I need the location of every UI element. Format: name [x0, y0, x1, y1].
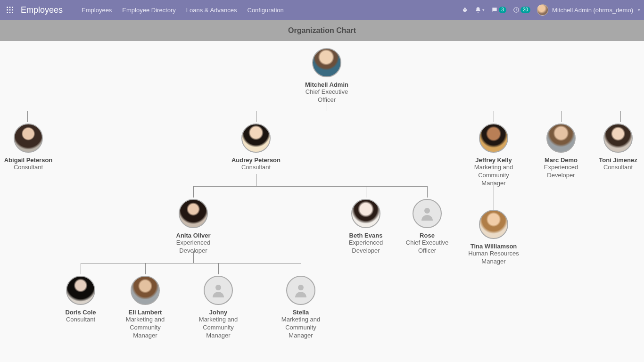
node-title: Marketing and Community Manager: [190, 316, 247, 340]
node-name: Doris Cole: [65, 309, 96, 316]
connector: [81, 263, 81, 274]
avatar: [14, 123, 43, 153]
clock-icon[interactable]: 20: [513, 7, 530, 13]
user-display: Mitchell Admin (ohrms_demo): [552, 7, 633, 14]
org-node-marc[interactable]: Marc Demo Experienced Developer: [533, 123, 589, 180]
connector: [27, 111, 28, 122]
connector: [366, 186, 366, 197]
org-node-rose[interactable]: Rose Chief Executive Officer: [399, 199, 455, 255]
connector: [620, 111, 621, 122]
avatar: [479, 123, 508, 153]
svg-rect-6: [7, 12, 8, 13]
page-title: Organization Chart: [288, 26, 356, 35]
avatar: [204, 276, 233, 305]
svg-rect-4: [9, 9, 11, 11]
nav-right: ▾ 3 20 Mitchell Admin (ohrms_demo) ▾: [462, 4, 640, 16]
org-node-eli[interactable]: Eli Lambert Marketing and Community Mana…: [117, 276, 173, 340]
connector: [193, 251, 194, 263]
svg-rect-2: [12, 7, 13, 8]
svg-rect-8: [12, 12, 13, 13]
avatar: [312, 48, 341, 77]
nav-link-loans[interactable]: Loans & Advances: [186, 7, 237, 14]
node-name: Audrey Peterson: [231, 156, 281, 164]
connector: [218, 263, 219, 274]
org-node-johny[interactable]: Johny Marketing and Community Manager: [190, 276, 247, 340]
org-node-tina[interactable]: Tina Williamson Human Resources Manager: [465, 210, 522, 266]
node-title: Chief Executive Officer: [399, 239, 455, 255]
node-name: Stella: [293, 309, 309, 316]
node-title: Consultant: [603, 164, 633, 172]
connector: [256, 111, 256, 122]
apps-icon[interactable]: [4, 4, 16, 16]
avatar: [537, 4, 548, 16]
org-node-stella[interactable]: Stella Marketing and Community Manager: [272, 276, 329, 340]
node-title: Marketing and Community Manager: [272, 316, 329, 340]
svg-rect-1: [9, 7, 11, 8]
org-node-toni[interactable]: Toni Jimenez Consultant: [592, 123, 644, 172]
node-name: Toni Jimenez: [599, 156, 637, 164]
avatar: [413, 199, 442, 228]
avatar: [479, 210, 508, 239]
nav-link-directory[interactable]: Employee Directory: [122, 7, 175, 14]
avatar: [66, 276, 95, 305]
avatar: [131, 276, 160, 305]
connector: [27, 111, 620, 111]
org-node-doris[interactable]: Doris Cole Consultant: [52, 276, 109, 324]
connector: [193, 186, 427, 187]
node-name: Mitchell Admin: [305, 81, 348, 88]
connector: [327, 98, 327, 111]
node-title: Consultant: [14, 164, 43, 172]
svg-rect-0: [7, 7, 8, 8]
org-node-anita[interactable]: Anita Oliver Experienced Developer: [165, 199, 222, 255]
nav-link-configuration[interactable]: Configuration: [248, 7, 284, 14]
node-name: Eli Lambert: [129, 309, 162, 316]
svg-point-11: [215, 285, 221, 290]
avatar: [241, 123, 271, 153]
svg-rect-3: [7, 9, 8, 11]
node-name: Rose: [420, 232, 435, 239]
svg-point-10: [424, 208, 430, 214]
avatar: [179, 199, 208, 228]
connector: [494, 181, 494, 210]
node-title: Experienced Developer: [338, 239, 394, 255]
bug-icon[interactable]: [462, 7, 468, 13]
node-name: Johny: [209, 309, 227, 316]
avatar: [286, 276, 315, 305]
avatar: [546, 123, 576, 153]
nav-links: Employees Employee Directory Loans & Adv…: [82, 7, 284, 14]
node-title: Human Resources Manager: [465, 250, 522, 266]
svg-rect-5: [12, 9, 13, 11]
connector: [256, 174, 256, 186]
svg-rect-7: [9, 12, 11, 13]
node-title: Marketing and Community Manager: [117, 316, 173, 340]
connector: [561, 111, 561, 122]
user-menu[interactable]: Mitchell Admin (ohrms_demo) ▾: [537, 4, 640, 16]
chevron-down-icon: ▾: [638, 8, 640, 12]
node-title: Consultant: [241, 164, 271, 172]
connector: [145, 263, 146, 274]
bell-icon[interactable]: ▾: [475, 7, 485, 13]
node-name: Marc Demo: [545, 156, 578, 164]
nav-link-employees[interactable]: Employees: [82, 7, 112, 14]
chat-icon[interactable]: 3: [491, 7, 506, 13]
avatar: [603, 123, 633, 153]
node-name: Beth Evans: [349, 232, 383, 239]
org-node-mitchell[interactable]: Mitchell Admin Chief Executive Officer: [298, 48, 355, 104]
connector: [494, 111, 494, 122]
connector: [427, 186, 428, 197]
node-name: Jeffrey Kelly: [475, 156, 512, 164]
top-navbar: Employees Employees Employee Directory L…: [0, 0, 644, 20]
avatar: [351, 199, 380, 228]
org-node-abigail[interactable]: Abigail Peterson Consultant: [0, 123, 57, 172]
title-bar: Organization Chart: [0, 20, 644, 41]
org-node-audrey[interactable]: Audrey Peterson Consultant: [228, 123, 284, 172]
org-node-jeffrey[interactable]: Jeffrey Kelly Marketing and Community Ma…: [465, 123, 522, 188]
node-title: Consultant: [66, 316, 95, 324]
connector: [193, 186, 194, 197]
org-chart: Mitchell Admin Chief Executive Officer A…: [0, 41, 644, 362]
chat-badge: 3: [499, 7, 506, 13]
brand-title[interactable]: Employees: [21, 5, 63, 15]
node-name: Anita Oliver: [176, 232, 211, 239]
org-node-beth[interactable]: Beth Evans Experienced Developer: [338, 199, 394, 255]
connector: [81, 263, 301, 263]
